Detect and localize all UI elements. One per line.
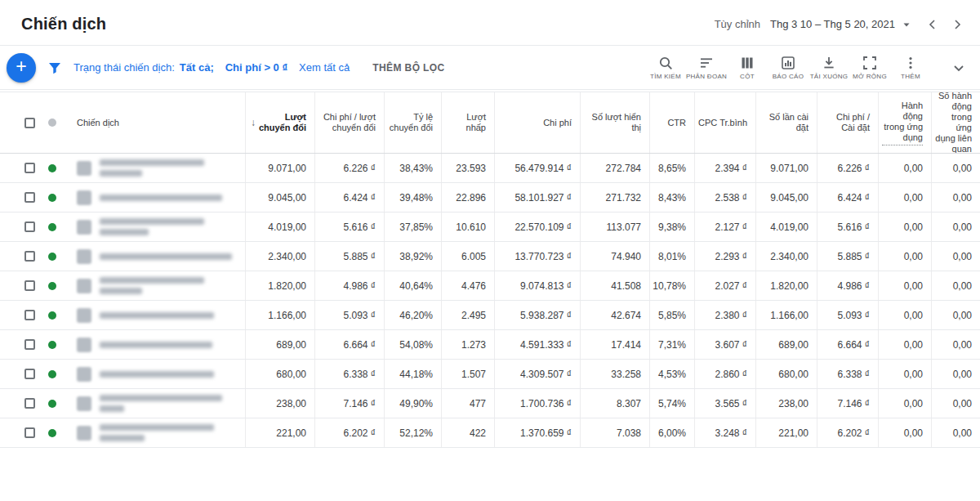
table-row: 4.019,005.616 ₫37,85%10.61022.570.109 ₫1… xyxy=(0,212,980,242)
filter-funnel-icon[interactable] xyxy=(47,60,62,75)
column-header-conversions[interactable]: ↓ Lượt chuyển đổi xyxy=(245,92,314,153)
cell-installs: 9.071,00 xyxy=(755,154,817,182)
next-period-button[interactable] xyxy=(951,18,964,31)
cell-cost-per-conversion: 6.226 ₫ xyxy=(314,154,384,182)
status-enabled-dot[interactable] xyxy=(48,282,56,290)
cell-cost-per-install: 6.226 ₫ xyxy=(817,154,878,182)
status-enabled-dot[interactable] xyxy=(48,253,56,261)
status-enabled-dot[interactable] xyxy=(48,400,56,408)
date-range-picker[interactable]: Thg 3 10 – Thg 5 20, 2021 xyxy=(770,18,911,30)
cell-installs: 4.019,00 xyxy=(755,212,817,241)
campaign-name-cell[interactable] xyxy=(65,389,245,418)
redacted-campaign-name xyxy=(100,371,214,378)
cell-in-app-actions: 0,00 xyxy=(878,242,931,271)
row-checkbox-cell xyxy=(0,183,39,212)
table-row: 1.166,005.093 ₫46,20%2.4955.938.287 ₫42.… xyxy=(0,301,980,330)
cell-related-in-app-actions: 0,00 xyxy=(931,154,980,182)
cell-cost-per-install: 5.616 ₫ xyxy=(817,212,878,241)
campaign-name-cell[interactable] xyxy=(65,330,245,359)
campaign-name-cell[interactable] xyxy=(65,418,245,447)
column-header-in-app-actions[interactable]: Hành động trong ứng dụng xyxy=(878,92,931,153)
cost-filter[interactable]: Chi phí > 0 ₫ xyxy=(225,61,287,74)
view-all-link[interactable]: Xem tất cả xyxy=(299,61,350,74)
row-checkbox[interactable] xyxy=(24,163,35,173)
status-enabled-dot[interactable] xyxy=(48,370,56,378)
table-row: 9.045,006.424 ₫39,48%22.89658.101.927 ₫2… xyxy=(0,183,980,212)
table-row: 1.820,004.986 ₫40,64%4.4769.074.813 ₫41.… xyxy=(0,271,980,301)
select-all-checkbox[interactable] xyxy=(24,118,35,128)
campaign-name-cell[interactable] xyxy=(65,271,245,300)
column-header-impressions[interactable]: Số lượt hiển thị xyxy=(580,92,649,153)
status-enabled-dot[interactable] xyxy=(48,341,56,349)
campaign-name-cell[interactable] xyxy=(65,154,245,182)
column-header-cost[interactable]: Chi phí xyxy=(494,92,580,153)
row-checkbox[interactable] xyxy=(24,427,35,438)
status-enabled-dot[interactable] xyxy=(48,311,56,320)
campaign-name-cell[interactable] xyxy=(65,242,245,271)
customize-label[interactable]: Tùy chỉnh xyxy=(715,18,760,30)
collapse-toolbar-button[interactable] xyxy=(951,60,967,76)
column-header-cost-per-install[interactable]: Chi phí / Cài đặt xyxy=(817,92,878,153)
cell-conversions: 9.045,00 xyxy=(245,183,314,212)
cell-in-app-actions: 0,00 xyxy=(878,418,931,447)
cell-conversion-rate: 52,12% xyxy=(384,418,441,447)
column-header-installs[interactable]: Số lần cài đặt xyxy=(755,92,817,153)
cell-impressions: 271.732 xyxy=(580,183,649,212)
expand-button[interactable]: MỞ RỘNG xyxy=(849,56,890,80)
status-enabled-dot[interactable] xyxy=(48,223,56,231)
status-enabled-dot[interactable] xyxy=(48,429,56,437)
status-enabled-dot[interactable] xyxy=(48,164,56,172)
column-header-related-in-app-actions[interactable]: Số hành động trong ứng dụng liên quan xyxy=(931,92,980,153)
cell-avg-cpc: 3.248 ₫ xyxy=(694,418,755,447)
row-checkbox[interactable] xyxy=(24,369,35,379)
row-checkbox[interactable] xyxy=(24,280,35,291)
download-button[interactable]: TẢI XUỐNG xyxy=(808,56,849,80)
campaign-name-cell[interactable] xyxy=(65,301,245,329)
cell-conversion-rate: 39,48% xyxy=(384,183,441,212)
search-button[interactable]: TÌM KIẾM xyxy=(645,56,686,80)
cell-clicks: 4.476 xyxy=(441,271,494,300)
columns-button[interactable]: CỘT xyxy=(727,56,768,80)
row-checkbox-cell xyxy=(0,418,39,447)
campaign-name-cell[interactable] xyxy=(65,360,245,388)
campaign-name-cell[interactable] xyxy=(65,183,245,212)
add-filter-button[interactable]: THÊM BỘ LỌC xyxy=(372,62,444,74)
campaign-status-filter-value[interactable]: Tất cả; xyxy=(180,61,214,74)
row-checkbox[interactable] xyxy=(24,398,35,409)
column-header-campaign[interactable]: Chiến dịch xyxy=(65,92,245,153)
add-campaign-button[interactable]: + xyxy=(7,53,36,83)
row-checkbox[interactable] xyxy=(24,339,35,350)
segment-button[interactable]: PHÂN ĐOẠN xyxy=(686,56,727,80)
row-checkbox[interactable] xyxy=(24,251,35,262)
cell-ctr: 8,65% xyxy=(649,154,694,182)
more-button[interactable]: THÊM xyxy=(890,56,931,80)
column-header-avg-cpc[interactable]: CPC Tr.bình xyxy=(694,92,755,153)
table-body: 9.071,006.226 ₫38,43%23.59356.479.914 ₫2… xyxy=(0,154,980,448)
row-checkbox-cell xyxy=(0,330,39,359)
search-icon xyxy=(658,56,673,70)
cell-cost-per-install: 6.424 ₫ xyxy=(817,183,878,212)
reports-button[interactable]: BÁO CÁO xyxy=(768,56,808,80)
column-header-clicks[interactable]: Lượt nhấp xyxy=(441,92,494,153)
redacted-campaign-name xyxy=(100,195,222,201)
cell-conversion-rate: 38,43% xyxy=(384,154,441,182)
previous-period-button[interactable] xyxy=(926,18,939,31)
row-checkbox[interactable] xyxy=(24,192,35,203)
cell-cost-per-conversion: 7.146 ₫ xyxy=(314,389,384,418)
cell-conversion-rate: 44,18% xyxy=(384,360,441,388)
row-checkbox[interactable] xyxy=(24,221,35,232)
row-checkbox[interactable] xyxy=(24,310,35,320)
column-header-conversion-rate[interactable]: Tỷ lệ chuyển đổi xyxy=(384,92,441,153)
redacted-campaign-name xyxy=(100,218,204,235)
cell-conversion-rate: 49,90% xyxy=(384,389,441,418)
row-status-cell xyxy=(39,212,65,241)
column-header-cost-per-conversion[interactable]: Chi phí / lượt chuyển đổi xyxy=(314,92,384,153)
redacted-campaign-name xyxy=(100,312,214,319)
campaign-status-filter[interactable]: Trạng thái chiến dịch: xyxy=(74,61,175,74)
cell-clicks: 6.005 xyxy=(441,242,494,271)
column-header-ctr[interactable]: CTR xyxy=(649,92,694,153)
campaign-name-cell[interactable] xyxy=(65,212,245,241)
cell-impressions: 33.258 xyxy=(580,360,649,388)
cell-avg-cpc: 3.565 ₫ xyxy=(694,389,755,418)
status-enabled-dot[interactable] xyxy=(48,194,56,202)
